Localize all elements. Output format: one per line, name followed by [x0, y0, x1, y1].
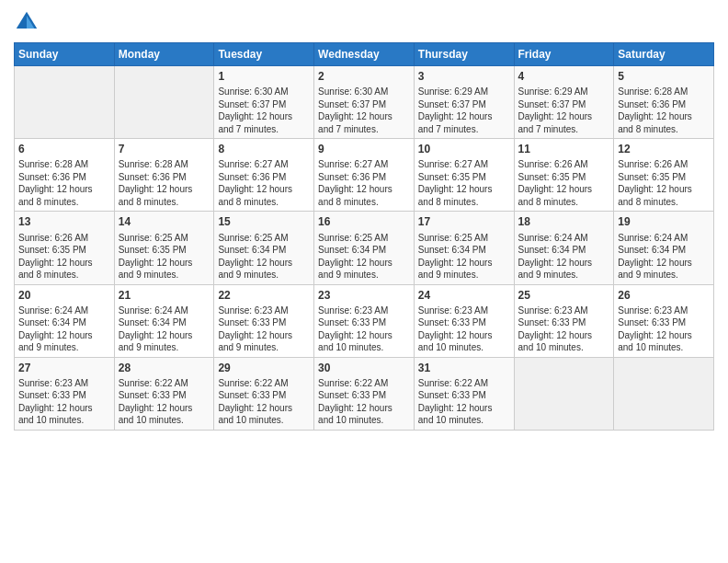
day-info: Sunrise: 6:27 AM	[418, 158, 510, 171]
day-info: Sunset: 6:33 PM	[618, 316, 710, 329]
day-info: Sunset: 6:33 PM	[18, 389, 110, 402]
day-info: Daylight: 12 hours and 10 minutes.	[618, 329, 710, 354]
day-info: Daylight: 12 hours and 8 minutes.	[618, 110, 710, 135]
day-info: Sunrise: 6:25 AM	[218, 232, 310, 245]
day-number: 1	[218, 69, 310, 84]
day-info: Sunset: 6:33 PM	[318, 316, 410, 329]
calendar-cell: 31Sunrise: 6:22 AMSunset: 6:33 PMDayligh…	[414, 357, 514, 430]
calendar-cell: 27Sunrise: 6:23 AMSunset: 6:33 PMDayligh…	[15, 357, 115, 430]
day-info: Sunset: 6:33 PM	[218, 389, 310, 402]
day-info: Sunrise: 6:24 AM	[518, 232, 610, 245]
day-number: 17	[418, 214, 510, 229]
logo-icon	[14, 9, 40, 35]
day-info: Sunrise: 6:23 AM	[418, 304, 510, 317]
day-info: Sunrise: 6:23 AM	[518, 304, 610, 317]
day-info: Daylight: 12 hours and 9 minutes.	[618, 257, 710, 282]
day-info: Sunrise: 6:22 AM	[218, 377, 310, 390]
calendar-cell: 2Sunrise: 6:30 AMSunset: 6:37 PMDaylight…	[314, 66, 415, 139]
calendar-cell: 5Sunrise: 6:28 AMSunset: 6:36 PMDaylight…	[614, 66, 714, 139]
page: SundayMondayTuesdayWednesdayThursdayFrid…	[0, 0, 728, 563]
calendar-cell: 26Sunrise: 6:23 AMSunset: 6:33 PMDayligh…	[614, 284, 714, 357]
day-info: Daylight: 12 hours and 9 minutes.	[119, 329, 210, 354]
day-info: Sunset: 6:35 PM	[119, 244, 210, 257]
calendar-body: 1Sunrise: 6:30 AMSunset: 6:37 PMDaylight…	[15, 66, 714, 431]
day-info: Daylight: 12 hours and 8 minutes.	[218, 183, 310, 208]
day-info: Sunrise: 6:28 AM	[618, 86, 710, 98]
day-number: 23	[318, 288, 410, 303]
calendar-cell: 21Sunrise: 6:24 AMSunset: 6:34 PMDayligh…	[114, 284, 214, 357]
day-header-saturday: Saturday	[614, 43, 714, 66]
day-info: Sunrise: 6:26 AM	[18, 232, 110, 245]
day-info: Daylight: 12 hours and 7 minutes.	[418, 110, 510, 135]
calendar-cell	[15, 66, 115, 139]
day-info: Sunset: 6:37 PM	[418, 98, 510, 111]
day-number: 20	[18, 288, 110, 303]
day-number: 13	[18, 214, 110, 229]
calendar-cell: 18Sunrise: 6:24 AMSunset: 6:34 PMDayligh…	[514, 212, 614, 284]
week-row-2: 13Sunrise: 6:26 AMSunset: 6:35 PMDayligh…	[15, 212, 714, 284]
day-info: Daylight: 12 hours and 9 minutes.	[18, 329, 110, 354]
day-info: Daylight: 12 hours and 8 minutes.	[119, 183, 210, 208]
day-number: 28	[119, 361, 210, 375]
day-info: Sunset: 6:33 PM	[518, 316, 610, 329]
day-info: Daylight: 12 hours and 7 minutes.	[318, 110, 410, 135]
day-info: Sunset: 6:37 PM	[518, 98, 610, 111]
day-number: 24	[418, 288, 510, 303]
calendar-cell: 11Sunrise: 6:26 AMSunset: 6:35 PMDayligh…	[514, 139, 614, 212]
day-number: 30	[318, 361, 410, 375]
day-number: 10	[418, 142, 510, 156]
day-info: Sunset: 6:34 PM	[218, 244, 310, 257]
day-info: Daylight: 12 hours and 8 minutes.	[618, 183, 710, 208]
day-info: Sunrise: 6:23 AM	[318, 304, 410, 317]
day-number: 15	[218, 214, 310, 229]
day-header-row: SundayMondayTuesdayWednesdayThursdayFrid…	[15, 43, 714, 66]
day-number: 3	[418, 69, 510, 84]
day-info: Daylight: 12 hours and 9 minutes.	[218, 257, 310, 282]
day-info: Sunset: 6:37 PM	[318, 98, 410, 111]
day-info: Sunset: 6:35 PM	[18, 244, 110, 257]
calendar-cell: 14Sunrise: 6:25 AMSunset: 6:35 PMDayligh…	[114, 212, 214, 284]
calendar-header: SundayMondayTuesdayWednesdayThursdayFrid…	[15, 43, 714, 66]
day-info: Daylight: 12 hours and 10 minutes.	[518, 329, 610, 354]
week-row-3: 20Sunrise: 6:24 AMSunset: 6:34 PMDayligh…	[15, 284, 714, 357]
calendar-cell: 9Sunrise: 6:27 AMSunset: 6:36 PMDaylight…	[314, 139, 415, 212]
day-header-friday: Friday	[514, 43, 614, 66]
day-info: Sunset: 6:36 PM	[119, 171, 210, 184]
day-info: Daylight: 12 hours and 8 minutes.	[318, 183, 410, 208]
day-info: Sunset: 6:34 PM	[418, 244, 510, 257]
day-info: Daylight: 12 hours and 9 minutes.	[119, 257, 210, 282]
day-number: 31	[418, 361, 510, 375]
day-info: Sunrise: 6:22 AM	[318, 377, 410, 390]
day-number: 2	[318, 69, 410, 84]
calendar-cell: 23Sunrise: 6:23 AMSunset: 6:33 PMDayligh…	[314, 284, 415, 357]
day-info: Daylight: 12 hours and 8 minutes.	[418, 183, 510, 208]
day-number: 26	[618, 288, 710, 303]
calendar-cell: 25Sunrise: 6:23 AMSunset: 6:33 PMDayligh…	[514, 284, 614, 357]
calendar-cell	[514, 357, 614, 430]
day-number: 21	[119, 288, 210, 303]
day-info: Daylight: 12 hours and 10 minutes.	[18, 402, 110, 427]
day-info: Sunset: 6:33 PM	[119, 389, 210, 402]
calendar-cell: 8Sunrise: 6:27 AMSunset: 6:36 PMDaylight…	[214, 139, 314, 212]
calendar-cell: 12Sunrise: 6:26 AMSunset: 6:35 PMDayligh…	[614, 139, 714, 212]
calendar-cell: 19Sunrise: 6:24 AMSunset: 6:34 PMDayligh…	[614, 212, 714, 284]
day-info: Sunrise: 6:24 AM	[18, 304, 110, 317]
day-number: 19	[618, 214, 710, 229]
day-info: Sunset: 6:36 PM	[18, 171, 110, 184]
day-info: Sunset: 6:33 PM	[418, 316, 510, 329]
day-info: Daylight: 12 hours and 10 minutes.	[418, 329, 510, 354]
day-info: Sunrise: 6:30 AM	[218, 86, 310, 98]
day-info: Daylight: 12 hours and 10 minutes.	[318, 329, 410, 354]
calendar-cell: 15Sunrise: 6:25 AMSunset: 6:34 PMDayligh…	[214, 212, 314, 284]
day-info: Sunset: 6:34 PM	[618, 244, 710, 257]
calendar-cell	[114, 66, 214, 139]
day-number: 7	[119, 142, 210, 156]
day-number: 22	[218, 288, 310, 303]
calendar-cell: 4Sunrise: 6:29 AMSunset: 6:37 PMDaylight…	[514, 66, 614, 139]
calendar-cell: 22Sunrise: 6:23 AMSunset: 6:33 PMDayligh…	[214, 284, 314, 357]
day-number: 25	[518, 288, 610, 303]
week-row-0: 1Sunrise: 6:30 AMSunset: 6:37 PMDaylight…	[15, 66, 714, 139]
day-info: Sunset: 6:34 PM	[119, 316, 210, 329]
day-info: Sunrise: 6:24 AM	[618, 232, 710, 245]
day-info: Sunrise: 6:26 AM	[618, 158, 710, 171]
